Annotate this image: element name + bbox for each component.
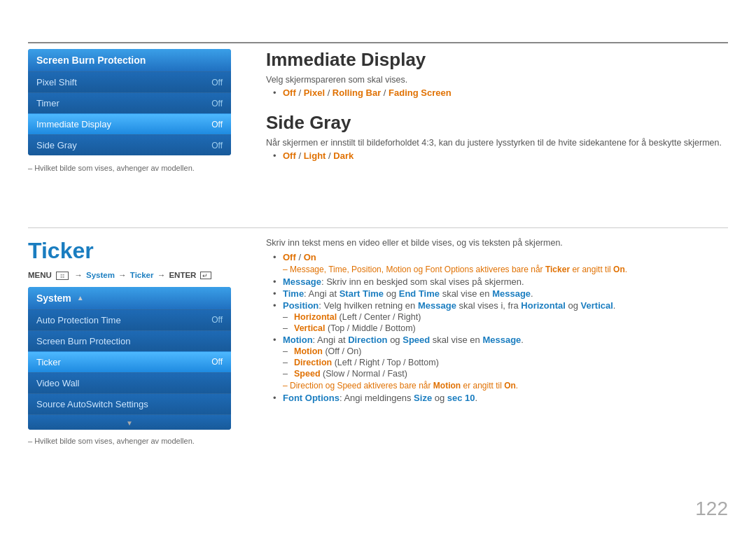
sys-item-video-wall[interactable]: Video Wall xyxy=(28,372,231,393)
ticker-bullets-4: Font Options: Angi meldingens Size og se… xyxy=(273,393,728,403)
section-divider xyxy=(28,227,728,228)
bl-position-text: : Velg hvilken retning en xyxy=(318,300,418,311)
bl-period3: . xyxy=(521,335,524,345)
side-gray-options: Off / Light / Dark xyxy=(273,150,728,161)
page-number: 122 xyxy=(695,498,728,520)
bl-message3: Message xyxy=(418,300,456,311)
bl-motion: Motion xyxy=(283,335,313,345)
menu-item-value: Off xyxy=(211,78,223,87)
sub-speed-text: (Slow / Normal / Fast) xyxy=(323,369,407,379)
system-menu-title: System xyxy=(36,293,71,304)
sys-item-more[interactable]: ▼ xyxy=(28,414,231,430)
bl-size: Size xyxy=(414,393,432,403)
bl-og: og xyxy=(566,300,581,311)
menu-item-label: Side Gray xyxy=(36,140,77,150)
menu-grid-icon: ☷ xyxy=(56,272,69,280)
right-panel-bottom: Skriv inn tekst mens en video eller et b… xyxy=(266,238,728,405)
menu-item-immediate-display[interactable]: Immediate Display Off xyxy=(28,113,231,134)
bullet-motion: Motion: Angi at Direction og Speed skal … xyxy=(273,335,728,345)
screen-burn-menu-panel: Screen Burn Protection Pixel Shift Off T… xyxy=(28,49,231,172)
note-message: Message xyxy=(290,265,324,274)
menu-item-value: Off xyxy=(211,141,223,150)
menu-box-header: Screen Burn Protection xyxy=(28,49,231,71)
sys-item-screen-burn[interactable]: Screen Burn Protection xyxy=(28,330,231,351)
bl-message4: Message xyxy=(482,335,521,345)
sys-item-value: Off xyxy=(211,315,223,325)
ticker-on: On xyxy=(304,252,316,262)
ticker-off: Off xyxy=(283,252,296,262)
bullet-off-on: Off / On xyxy=(273,252,728,262)
bl-motion-text: : Angi at xyxy=(313,335,349,345)
bl-position: Position xyxy=(283,300,318,311)
system-menu-arrow-up: ▲ xyxy=(77,294,84,302)
menu-item-timer[interactable]: Timer Off xyxy=(28,92,231,113)
note-direction2: Direction xyxy=(290,381,323,391)
sub-h-text: (Left / Center / Right) xyxy=(340,312,421,322)
top-footnote: – Hvilket bilde som vises, avhenger av m… xyxy=(28,164,231,172)
bl-og2: og xyxy=(388,335,403,345)
immediate-option-off: Off xyxy=(283,87,296,98)
side-gray-option-light: Light xyxy=(304,150,326,161)
side-gray-option-dark: Dark xyxy=(333,150,354,161)
note-position: Position xyxy=(351,265,382,274)
bl-horizontal: Horizontal xyxy=(521,300,566,311)
sub-h-label: Horizontal xyxy=(294,312,337,322)
sub-motion: Motion (Off / On) xyxy=(283,346,728,356)
bl-period2: . xyxy=(613,300,616,311)
bl-message-text: : Skriv inn en beskjed som skal vises på… xyxy=(321,276,524,287)
bl-og3: og xyxy=(432,393,447,403)
bl-fo-text: : Angi meldingens xyxy=(340,393,414,403)
sys-item-ticker[interactable]: Ticker Off xyxy=(28,351,231,372)
menu-item-pixel-shift[interactable]: Pixel Shift Off xyxy=(28,71,231,92)
system-menu-header: System ▲ xyxy=(28,287,231,309)
side-gray-title: Side Gray xyxy=(266,112,728,134)
bl-period: . xyxy=(531,288,533,299)
bl-message: Message xyxy=(283,276,321,287)
menu-path-menu: MENU xyxy=(28,271,52,279)
side-gray-desc: Når skjermen er innstilt til bildeforhol… xyxy=(266,138,728,148)
sub-motion-text: (Off / On) xyxy=(325,346,361,356)
ticker-section-left: Ticker MENU ☷ → System → Ticker → ENTER … xyxy=(28,238,231,445)
screen-burn-menu-box: Screen Burn Protection Pixel Shift Off T… xyxy=(28,49,231,155)
motion-note: – Direction og Speed aktiveres bare når … xyxy=(283,381,728,391)
side-gray-separator1: / xyxy=(298,150,303,161)
note-on-bold2: On xyxy=(504,381,516,391)
immediate-display-title: Immediate Display xyxy=(266,49,728,71)
bl-vertical: Vertical xyxy=(581,300,613,311)
enter-icon: ↵ xyxy=(200,272,211,279)
bl-sec10: sec 10 xyxy=(447,393,475,403)
side-gray-option-off: Off xyxy=(283,150,296,161)
arrow1: → xyxy=(74,271,83,279)
immediate-option-separator3: / xyxy=(384,87,388,98)
system-menu-box: System ▲ Auto Protection Time Off Screen… xyxy=(28,287,231,430)
note-on-bold: On xyxy=(613,265,625,274)
ticker-bullets-3: Motion: Angi at Direction og Speed skal … xyxy=(273,335,728,345)
sys-item-label: Video Wall xyxy=(36,378,79,388)
sub-speed-label: Speed xyxy=(294,369,321,379)
immediate-option-separator2: / xyxy=(328,87,332,98)
menu-item-side-gray[interactable]: Side Gray Off xyxy=(28,134,231,155)
sys-item-source-autoswitch[interactable]: Source AutoSwitch Settings xyxy=(28,393,231,414)
bl-time-rest: skal vise en xyxy=(440,288,492,299)
bl-starttime: Start Time xyxy=(340,288,384,299)
top-right-panel: Immediate Display Velg skjermspareren so… xyxy=(266,49,728,162)
sub-direction: Direction (Left / Right / Top / Bottom) xyxy=(283,358,728,367)
immediate-option-fading: Fading Screen xyxy=(388,87,451,98)
bl-time-text: : Angi at xyxy=(304,288,340,299)
bl-position-text2: skal vises i, fra xyxy=(456,300,521,311)
note-time: Time xyxy=(328,265,346,274)
bullet-message: Message: Skriv inn en beskjed som skal v… xyxy=(273,276,728,287)
bl-time: Time xyxy=(283,288,304,299)
menu-item-label: Pixel Shift xyxy=(36,77,77,87)
sys-item-auto-protection[interactable]: Auto Protection Time Off xyxy=(28,309,231,330)
sub-direction-text: (Left / Right / Top / Bottom) xyxy=(335,358,439,367)
bl-fontoptions: Font Options xyxy=(283,393,340,403)
note-motion-bold: Motion xyxy=(433,381,461,391)
immediate-option-rolling: Rolling Bar xyxy=(332,87,381,98)
position-sub: Horizontal (Left / Center / Right) Verti… xyxy=(283,312,728,333)
bl-time-og: og xyxy=(384,288,399,299)
sys-item-label: Auto Protection Time xyxy=(36,315,121,325)
sub-v-text: (Top / Middle / Bottom) xyxy=(328,323,416,333)
sys-item-arrow-down: ▼ xyxy=(126,419,133,427)
sub-vertical: Vertical (Top / Middle / Bottom) xyxy=(283,323,728,333)
